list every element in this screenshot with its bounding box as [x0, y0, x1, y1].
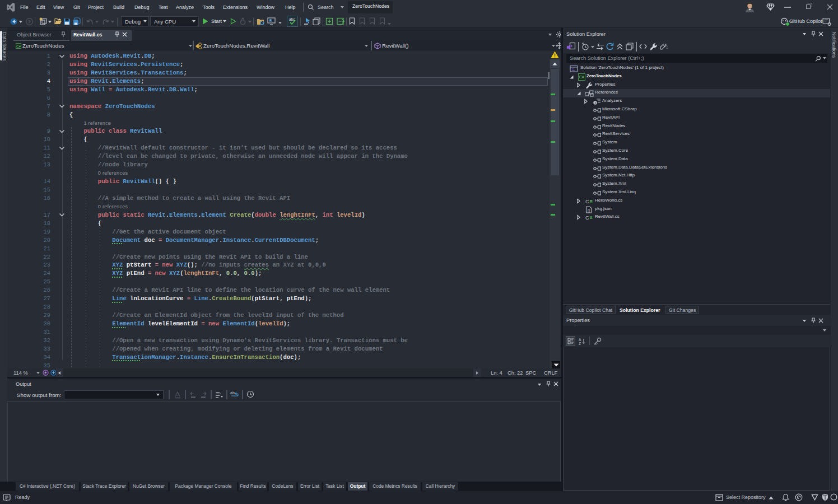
svg-text:A: A: [579, 338, 581, 342]
svg-text:C#: C#: [16, 44, 21, 48]
svg-text:ab: ab: [230, 391, 235, 395]
svg-text:{}: {}: [588, 208, 590, 213]
svg-text:C#: C#: [579, 74, 585, 80]
svg-text:C: C: [585, 214, 589, 221]
svg-text:C: C: [585, 198, 589, 204]
svg-text:Z: Z: [579, 342, 581, 345]
